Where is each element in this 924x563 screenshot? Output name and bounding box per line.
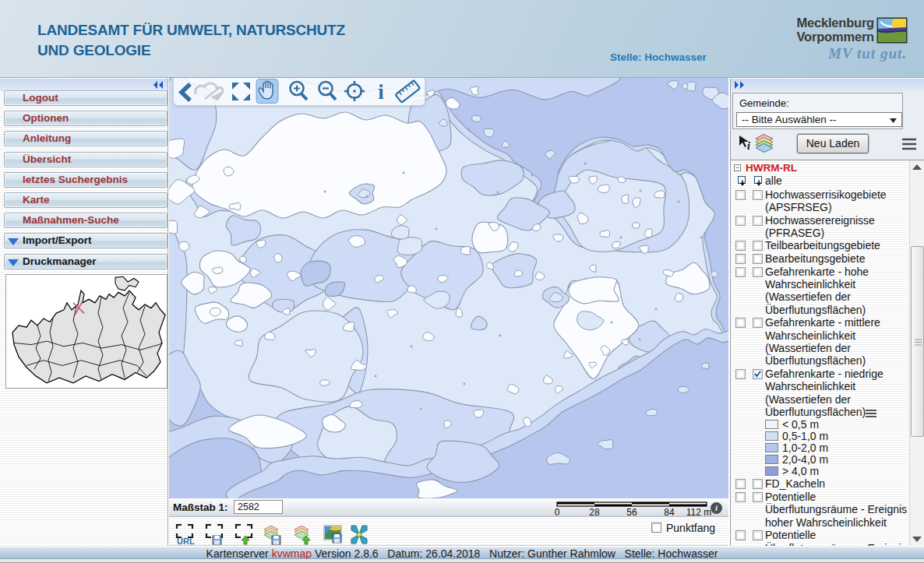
svg-text:112 m: 112 m — [686, 507, 711, 518]
svg-text:i: i — [378, 80, 384, 104]
svg-text:i: i — [747, 140, 750, 152]
svg-text:28: 28 — [589, 507, 600, 518]
svg-text:URL: URL — [177, 537, 195, 546]
svg-text:84: 84 — [664, 507, 675, 518]
svg-text:0: 0 — [555, 507, 560, 518]
svg-text:56: 56 — [626, 507, 637, 518]
